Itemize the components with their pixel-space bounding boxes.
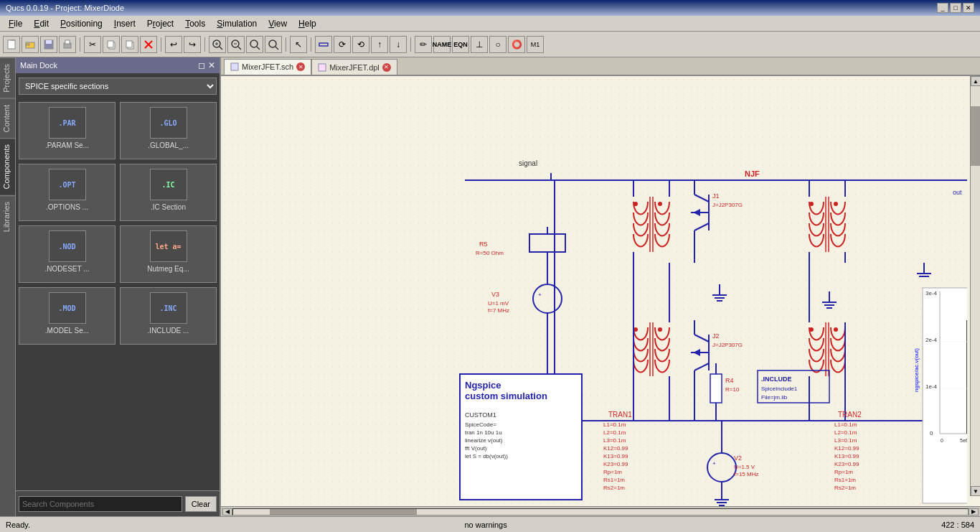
svg-text:0: 0 — [930, 430, 933, 437]
tb-delete[interactable] — [140, 36, 157, 53]
component-ic[interactable]: .IC .IC Section — [120, 164, 217, 221]
coordinates-text: 422 : 584 — [941, 521, 974, 529]
tb-eqn[interactable]: EQN — [452, 36, 469, 53]
svg-text:K12=0.99: K12=0.99 — [834, 445, 859, 452]
svg-text:1e-4: 1e-4 — [925, 383, 938, 390]
dock-titlebar: Main Dock ◻ ✕ — [16, 57, 220, 73]
toolbar: ✂ ↩ ↪ ↖ ⟳ ⟲ ↑ ↓ ✏ NAME EQN ⊥ ○ ⭕ M1 — [0, 32, 980, 57]
comp-icon-nodeset: .NOD — [49, 230, 86, 262]
component-nodeset[interactable]: .NOD .NODESET ... — [19, 225, 116, 283]
tb-copy[interactable] — [103, 36, 120, 53]
sidebar-item-projects[interactable]: Projects — [0, 57, 15, 98]
sidebar-item-content[interactable]: Content — [0, 98, 15, 139]
scroll-right-arrow[interactable]: ▶ — [969, 508, 979, 515]
scroll-thumb-h[interactable] — [270, 509, 417, 515]
svg-text:NJF: NJF — [745, 169, 760, 178]
tb-zoom-in[interactable] — [209, 36, 226, 53]
sidebar-item-components[interactable]: Components — [0, 138, 15, 195]
comp-icon-param: .PAR — [49, 107, 86, 139]
scroll-track-h[interactable] — [232, 508, 969, 515]
schematic-canvas[interactable]: + — [221, 76, 980, 506]
maximize-button[interactable]: □ — [950, 3, 961, 13]
menu-insert[interactable]: Insert — [108, 17, 141, 30]
tb-zoom-fit[interactable] — [246, 36, 263, 53]
tb-mirror[interactable]: ⟲ — [352, 36, 369, 53]
svg-rect-25 — [319, 43, 328, 46]
tb-zoom-reset[interactable] — [265, 36, 282, 53]
diagram-icon — [318, 63, 326, 72]
search-input[interactable] — [19, 496, 182, 512]
menu-edit[interactable]: Edit — [28, 17, 55, 30]
menu-project[interactable]: Project — [141, 17, 179, 30]
tb-move-up[interactable]: ↑ — [371, 36, 388, 53]
scroll-thumb-v[interactable] — [971, 106, 980, 167]
tb-new[interactable] — [3, 36, 20, 53]
tb-name[interactable]: NAME — [433, 36, 451, 53]
scroll-down-arrow[interactable]: ▼ — [971, 486, 980, 496]
component-model[interactable]: .MOD .MODEL Se... — [19, 287, 116, 345]
scroll-track-v[interactable] — [971, 86, 980, 486]
tab-close-dpl[interactable]: ✕ — [382, 63, 391, 72]
tb-undo[interactable]: ↩ — [165, 36, 182, 53]
minimize-button[interactable]: _ — [937, 3, 948, 13]
tb-print[interactable] — [59, 36, 76, 53]
tb-probe[interactable]: ⭕ — [508, 36, 525, 53]
svg-line-19 — [238, 47, 241, 50]
horizontal-scrollbar[interactable]: ◀ ▶ — [221, 506, 980, 516]
menu-simulation[interactable]: Simulation — [211, 17, 263, 30]
scroll-up-arrow[interactable]: ▲ — [971, 76, 980, 86]
vertical-scrollbar[interactable]: ▲ ▼ — [970, 76, 980, 496]
svg-text:L1=0.1m: L1=0.1m — [834, 421, 857, 428]
dock-controls[interactable]: ◻ ✕ — [198, 60, 215, 70]
menu-file[interactable]: File — [3, 17, 28, 30]
menu-tools[interactable]: Tools — [179, 17, 211, 30]
svg-text:Rp=1m: Rp=1m — [603, 469, 622, 475]
tab-close-sch[interactable]: ✕ — [296, 62, 305, 71]
svg-point-21 — [250, 40, 258, 47]
tab-mixerjfet-dpl[interactable]: MixerJFET.dpl ✕ — [311, 59, 397, 75]
tb-open[interactable] — [22, 36, 39, 53]
sidebar: Projects Content Components Libraries Ma… — [0, 57, 221, 516]
svg-text:J2: J2 — [712, 332, 720, 340]
component-include[interactable]: .INC .INCLUDE ... — [120, 287, 217, 345]
tb-select[interactable]: ↖ — [290, 36, 307, 53]
svg-text:R=10: R=10 — [725, 386, 740, 393]
comp-icon-ic: .IC — [150, 169, 187, 200]
menu-view[interactable]: View — [263, 17, 293, 30]
component-options[interactable]: .OPT .OPTIONS ... — [19, 164, 116, 221]
window-controls[interactable]: _ □ ✕ — [937, 3, 974, 13]
component-param[interactable]: .PAR .PARAM Se... — [19, 102, 116, 159]
sidebar-item-libraries[interactable]: Libraries — [0, 195, 15, 238]
svg-text:f=7 MHz: f=7 MHz — [488, 307, 509, 314]
tab-bar: MixerJFET.sch ✕ MixerJFET.dpl ✕ — [221, 57, 980, 76]
tb-cut[interactable]: ✂ — [84, 36, 101, 53]
clear-button[interactable]: Clear — [185, 496, 217, 512]
tb-redo[interactable]: ↪ — [184, 36, 201, 53]
comp-icon-options: .OPT — [49, 169, 86, 200]
close-button[interactable]: ✕ — [963, 3, 974, 13]
tb-wire[interactable] — [315, 36, 332, 53]
category-dropdown[interactable]: SPICE specific sections — [19, 78, 217, 95]
status-text: Ready. — [6, 521, 30, 529]
dock-close-button[interactable]: ✕ — [208, 60, 215, 70]
menu-help[interactable]: Help — [293, 17, 322, 30]
component-nutmeg[interactable]: let a= Nutmeg Eq... — [120, 225, 217, 283]
scroll-left-arrow[interactable]: ◀ — [222, 508, 232, 515]
tb-draw-line[interactable]: ✏ — [415, 36, 432, 53]
tb-gnd[interactable]: ⊥ — [471, 36, 488, 53]
tb-port[interactable]: ○ — [489, 36, 507, 53]
svg-text:+: + — [712, 460, 716, 467]
tb-move-down[interactable]: ↓ — [390, 36, 407, 53]
dock-float-button[interactable]: ◻ — [198, 60, 205, 70]
menu-positioning[interactable]: Positioning — [55, 17, 108, 30]
tb-marker[interactable]: M1 — [527, 36, 544, 53]
tb-rotate[interactable]: ⟳ — [334, 36, 351, 53]
svg-text:File=jm.lib: File=jm.lib — [761, 394, 788, 401]
tb-zoom-out[interactable] — [227, 36, 245, 53]
tb-save[interactable] — [40, 36, 57, 53]
sidebar-content: Main Dock ◻ ✕ SPICE specific sections .P… — [16, 57, 220, 516]
tb-paste[interactable] — [121, 36, 138, 53]
component-global[interactable]: .GLO .GLOBAL_... — [120, 102, 217, 159]
svg-rect-172 — [923, 288, 967, 503]
tab-mixerjfet-sch[interactable]: MixerJFET.sch ✕ — [224, 59, 311, 75]
